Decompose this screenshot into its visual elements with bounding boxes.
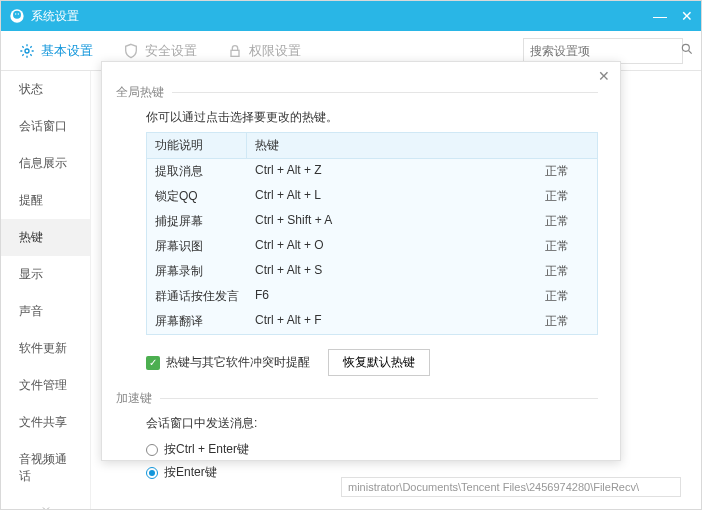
hotkey-status: 正常: [537, 186, 597, 207]
hotkey-fn: 群通话按住发言: [147, 286, 247, 307]
dialog-close-button[interactable]: ✕: [598, 68, 610, 84]
hotkey-status: 正常: [537, 161, 597, 182]
hotkey-table: 功能说明 热键 提取消息Ctrl + Alt + Z正常锁定QQCtrl + A…: [146, 132, 598, 335]
hotkey-fn: 屏幕翻译: [147, 311, 247, 332]
hotkey-status: 正常: [537, 211, 597, 232]
hotkey-fn: 提取消息: [147, 161, 247, 182]
radio-ctrl-enter[interactable]: 按Ctrl + Enter键: [146, 438, 598, 461]
hotkey-key: Ctrl + Alt + F: [247, 311, 537, 332]
hotkey-row[interactable]: 捕捉屏幕Ctrl + Shift + A正常: [147, 209, 597, 234]
hotkey-fn: 捕捉屏幕: [147, 211, 247, 232]
radio-icon: [146, 444, 158, 456]
section-global-hotkeys: 全局热键: [116, 84, 598, 101]
conflict-reminder-checkbox[interactable]: ✓ 热键与其它软件冲突时提醒: [146, 354, 310, 371]
modal-backdrop: ✕ 全局热键 你可以通过点击选择要更改的热键。 功能说明 热键 提取消息Ctrl…: [1, 1, 701, 509]
hotkey-key: Ctrl + Alt + O: [247, 236, 537, 257]
hotkey-key: Ctrl + Shift + A: [247, 211, 537, 232]
hotkey-row[interactable]: 屏幕翻译Ctrl + Alt + F正常: [147, 309, 597, 334]
hotkey-key: Ctrl + Alt + L: [247, 186, 537, 207]
hotkey-row[interactable]: 屏幕录制Ctrl + Alt + S正常: [147, 259, 597, 284]
hotkey-fn: 锁定QQ: [147, 186, 247, 207]
col-hotkey: 热键: [247, 133, 597, 158]
section-accelerator: 加速键: [116, 390, 598, 407]
col-function: 功能说明: [147, 133, 247, 158]
hotkey-dialog: ✕ 全局热键 你可以通过点击选择要更改的热键。 功能说明 热键 提取消息Ctrl…: [101, 61, 621, 461]
hotkey-hint: 你可以通过点击选择要更改的热键。: [146, 109, 598, 126]
hotkey-fn: 屏幕录制: [147, 261, 247, 282]
hotkey-key: Ctrl + Alt + Z: [247, 161, 537, 182]
hotkey-fn: 屏幕识图: [147, 236, 247, 257]
hotkey-row[interactable]: 屏幕识图Ctrl + Alt + O正常: [147, 234, 597, 259]
hotkey-status: 正常: [537, 311, 597, 332]
hotkey-row[interactable]: 锁定QQCtrl + Alt + L正常: [147, 184, 597, 209]
radio-enter[interactable]: 按Enter键: [146, 461, 598, 484]
check-icon: ✓: [146, 356, 160, 370]
radio-icon: [146, 467, 158, 479]
hotkey-table-header: 功能说明 热键: [147, 133, 597, 159]
hotkey-status: 正常: [537, 286, 597, 307]
send-message-label: 会话窗口中发送消息:: [146, 415, 598, 432]
restore-defaults-button[interactable]: 恢复默认热键: [328, 349, 430, 376]
hotkey-key: Ctrl + Alt + S: [247, 261, 537, 282]
hotkey-status: 正常: [537, 236, 597, 257]
hotkey-row[interactable]: 群通话按住发言F6正常: [147, 284, 597, 309]
hotkey-status: 正常: [537, 261, 597, 282]
hotkey-row[interactable]: 提取消息Ctrl + Alt + Z正常: [147, 159, 597, 184]
hotkey-key: F6: [247, 286, 537, 307]
